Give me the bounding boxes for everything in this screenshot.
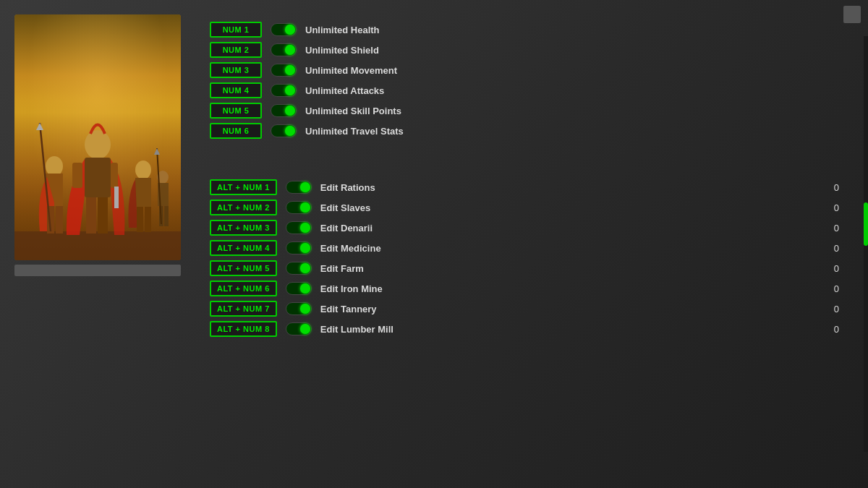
hotkey-badge[interactable]: NUM 4 (210, 82, 262, 98)
svg-rect-8 (85, 158, 111, 197)
cheat-value: 0 (825, 243, 839, 254)
hotkey-badge[interactable]: ALT + NUM 3 (210, 220, 277, 236)
cheat-label: Edit Medicine (320, 243, 816, 254)
toggle-knob (300, 182, 310, 192)
svg-point-7 (85, 130, 111, 159)
cheat-label: Unlimited Health (305, 25, 839, 35)
cheat-label: Edit Iron Mine (320, 283, 816, 294)
toggle-knob (300, 283, 310, 294)
hotkey-badge[interactable]: NUM 3 (210, 62, 262, 78)
toggle-switch[interactable] (271, 104, 297, 117)
cheat-label: Unlimited Skill Points (305, 106, 839, 116)
toggle-knob (285, 85, 295, 95)
toggle-switch[interactable] (286, 181, 312, 194)
edit-cheat-row: ALT + NUM 4Edit Medicine0 (210, 240, 839, 256)
toggle-knob (285, 106, 295, 116)
game-cover (14, 14, 181, 260)
cheat-value: 0 (825, 324, 839, 335)
cheat-label: Edit Tannery (320, 304, 816, 314)
toggle-knob (285, 65, 295, 75)
toggle-knob (300, 304, 310, 314)
hotkey-badge[interactable]: ALT + NUM 5 (210, 260, 277, 276)
toggle-switch[interactable] (286, 221, 312, 234)
cheat-value: 0 (825, 182, 839, 193)
cheat-value: 0 (825, 202, 839, 213)
cheat-row: NUM 3Unlimited Movement (210, 62, 839, 78)
svg-rect-16 (137, 207, 143, 232)
toggle-switch[interactable] (271, 124, 297, 137)
left-panel (14, 14, 195, 276)
cheat-row: NUM 2Unlimited Shield (210, 42, 839, 58)
toggle-switch[interactable] (286, 302, 312, 315)
cheat-value: 0 (825, 223, 839, 234)
svg-rect-21 (164, 206, 169, 226)
hotkey-badge[interactable]: ALT + NUM 4 (210, 240, 277, 256)
svg-point-14 (135, 160, 151, 179)
hotkey-badge[interactable]: ALT + NUM 7 (210, 301, 277, 317)
toggle-switch[interactable] (271, 23, 297, 36)
cheat-value: 0 (825, 304, 839, 314)
svg-rect-4 (56, 206, 63, 234)
cheat-label: Unlimited Shield (305, 45, 839, 56)
right-panel: NUM 1Unlimited HealthNUM 2Unlimited Shie… (195, 14, 854, 363)
hotkey-badge[interactable]: ALT + NUM 6 (210, 281, 277, 296)
toggle-switch[interactable] (271, 84, 297, 97)
toggle-knob (300, 223, 310, 233)
edit-cheats-section: ALT + NUM 1Edit Rations0ALT + NUM 2Edit … (210, 179, 839, 341)
hotkey-badge[interactable]: ALT + NUM 1 (210, 179, 277, 195)
toggle-knob (285, 25, 295, 35)
basic-cheats-section: NUM 1Unlimited HealthNUM 2Unlimited Shie… (210, 22, 839, 143)
toggle-knob (285, 45, 295, 55)
hotkey-badge[interactable]: ALT + NUM 8 (210, 321, 277, 337)
edit-cheat-row: ALT + NUM 8Edit Lumber Mill0 (210, 321, 839, 337)
svg-rect-0 (14, 231, 181, 260)
toggle-switch[interactable] (286, 262, 312, 275)
edit-cheat-row: ALT + NUM 7Edit Tannery0 (210, 301, 839, 317)
cheat-row: NUM 6Unlimited Travel Stats (210, 123, 839, 139)
toggle-switch[interactable] (286, 282, 312, 295)
hotkey-badge[interactable]: ALT + NUM 2 (210, 200, 277, 215)
svg-marker-23 (154, 148, 160, 155)
cover-art-svg (14, 101, 181, 260)
hotkey-badge[interactable]: NUM 1 (210, 22, 262, 38)
cheat-row: NUM 5Unlimited Skill Points (210, 103, 839, 119)
cheat-label: Unlimited Movement (305, 65, 839, 76)
section-divider (210, 158, 839, 179)
svg-rect-11 (72, 163, 82, 188)
toggle-switch[interactable] (286, 241, 312, 254)
main-window: NUM 1Unlimited HealthNUM 2Unlimited Shie… (0, 0, 868, 488)
cheat-value: 0 (825, 263, 839, 274)
trainer-label-container (14, 265, 181, 276)
toggle-switch[interactable] (286, 201, 312, 214)
toggle-knob (285, 126, 295, 136)
hotkey-badge[interactable]: NUM 2 (210, 42, 262, 58)
cheat-label: Edit Slaves (320, 202, 816, 213)
cheat-row: NUM 4Unlimited Attacks (210, 82, 839, 98)
edit-cheat-row: ALT + NUM 6Edit Iron Mine0 (210, 281, 839, 296)
svg-rect-15 (135, 178, 151, 207)
toggle-switch[interactable] (271, 64, 297, 77)
cheat-label: Edit Denarii (320, 223, 816, 234)
svg-rect-10 (114, 187, 119, 208)
hotkey-badge[interactable]: NUM 6 (210, 123, 262, 139)
cheat-label: Edit Rations (320, 182, 816, 193)
svg-marker-6 (36, 123, 43, 130)
toggle-switch[interactable] (286, 322, 312, 335)
cheat-label: Unlimited Attacks (305, 85, 839, 96)
svg-point-1 (46, 156, 63, 176)
close-button[interactable] (843, 6, 861, 23)
scrollbar-thumb[interactable] (864, 202, 868, 246)
cheat-label: Edit Lumber Mill (320, 324, 816, 335)
cheat-row: NUM 1Unlimited Health (210, 22, 839, 38)
hotkey-badge[interactable]: NUM 5 (210, 103, 262, 119)
cheat-value: 0 (825, 283, 839, 294)
edit-cheat-row: ALT + NUM 2Edit Slaves0 (210, 200, 839, 215)
edit-cheat-row: ALT + NUM 1Edit Rations0 (210, 179, 839, 195)
svg-rect-13 (98, 197, 108, 234)
edit-cheat-row: ALT + NUM 5Edit Farm0 (210, 260, 839, 276)
toggle-switch[interactable] (271, 43, 297, 56)
cheat-label: Edit Farm (320, 263, 816, 274)
toggle-knob (300, 324, 310, 334)
scrollbar-track (864, 36, 868, 452)
toggle-knob (300, 243, 310, 253)
